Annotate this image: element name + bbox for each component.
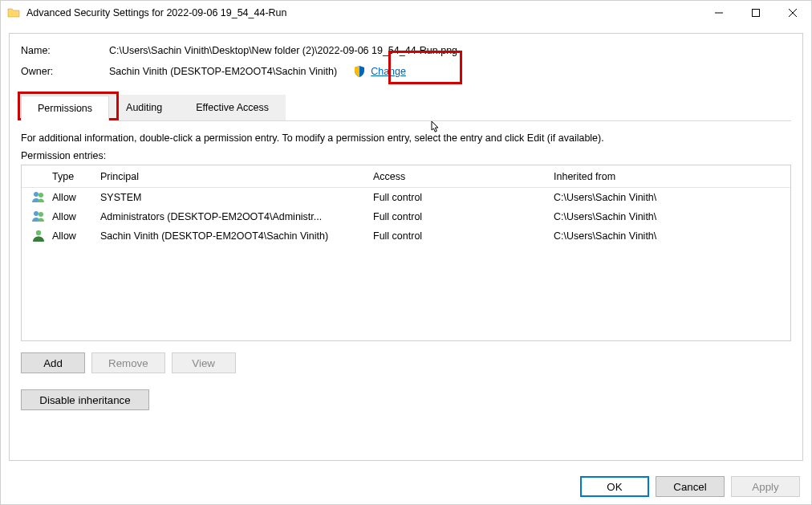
cell-access: Full control (368, 192, 549, 203)
owner-label: Owner: (21, 66, 109, 77)
cell-type: Allow (47, 211, 95, 222)
cell-inherited: C:\Users\Sachin Vinith\ (549, 230, 790, 242)
cancel-button[interactable]: Cancel (656, 476, 725, 497)
main-panel: Name: C:\Users\Sachin Vinith\Desktop\New… (9, 33, 803, 461)
group-icon (31, 209, 46, 223)
principal-icon (22, 209, 47, 226)
permissions-table: Type Principal Access Inherited from All… (21, 165, 791, 341)
ok-button[interactable]: OK (580, 476, 649, 497)
folder-icon (7, 6, 20, 19)
name-label: Name: (21, 45, 109, 56)
table-row[interactable]: Allow Administrators (DESKTOP-EM2OOT4\Ad… (22, 207, 790, 226)
tab-permissions-label: Permissions (38, 103, 92, 114)
th-principal[interactable]: Principal (95, 171, 368, 182)
cell-inherited: C:\Users\Sachin Vinith\ (549, 192, 790, 203)
svg-point-4 (34, 192, 39, 197)
titlebar: Advanced Security Settings for 2022-09-0… (1, 1, 811, 25)
disable-inheritance-button[interactable]: Disable inheritance (21, 389, 149, 410)
view-button: View (172, 352, 236, 373)
cell-principal: Sachin Vinith (DESKTOP-EM2OOT4\Sachin Vi… (95, 230, 368, 242)
svg-point-7 (39, 212, 43, 217)
th-inherited[interactable]: Inherited from (549, 171, 790, 182)
minimize-button[interactable] (700, 1, 737, 25)
owner-row: Owner: Sachin Vinith (DESKTOP-EM2OOT4\Sa… (21, 63, 791, 80)
tabstrip: Permissions Auditing Effective Access (21, 95, 791, 121)
cell-principal: SYSTEM (95, 192, 368, 203)
shield-icon (353, 65, 366, 78)
tab-auditing[interactable]: Auditing (109, 95, 179, 120)
th-access[interactable]: Access (368, 171, 549, 182)
apply-button: Apply (731, 476, 800, 497)
group-icon (31, 189, 46, 204)
security-settings-window: Advanced Security Settings for 2022-09-0… (0, 0, 812, 505)
name-value: C:\Users\Sachin Vinith\Desktop\New folde… (109, 45, 457, 56)
close-button[interactable] (774, 1, 811, 25)
cell-principal: Administrators (DESKTOP-EM2OOT4\Administ… (95, 211, 368, 222)
principal-icon (22, 228, 47, 245)
tab-effective-access[interactable]: Effective Access (179, 95, 286, 120)
svg-rect-1 (753, 10, 760, 17)
svg-point-5 (39, 193, 43, 198)
tab-effective-label: Effective Access (196, 102, 269, 113)
window-controls (700, 1, 811, 25)
info-text: For additional information, double-click… (21, 132, 791, 144)
table-body: Allow SYSTEM Full control C:\Users\Sachi… (22, 188, 790, 340)
maximize-button[interactable] (737, 1, 774, 25)
change-owner-link[interactable]: Change (371, 66, 406, 77)
th-type[interactable]: Type (47, 171, 95, 182)
user-icon (31, 228, 46, 242)
add-button[interactable]: Add (21, 352, 85, 373)
tab-permissions[interactable]: Permissions (21, 96, 109, 121)
name-row: Name: C:\Users\Sachin Vinith\Desktop\New… (21, 45, 791, 56)
principal-icon (22, 189, 47, 206)
cell-type: Allow (47, 230, 95, 242)
cell-type: Allow (47, 192, 95, 203)
cell-access: Full control (368, 230, 549, 242)
cell-access: Full control (368, 211, 549, 222)
owner-value: Sachin Vinith (DESKTOP-EM2OOT4\Sachin Vi… (109, 66, 337, 77)
svg-point-6 (34, 211, 39, 216)
tab-auditing-label: Auditing (126, 102, 162, 113)
change-owner-wrap: Change (348, 63, 411, 80)
inheritance-buttons: Disable inheritance (21, 389, 791, 410)
table-header: Type Principal Access Inherited from (22, 165, 790, 188)
entries-label: Permission entries: (21, 150, 791, 161)
table-row[interactable]: Allow SYSTEM Full control C:\Users\Sachi… (22, 188, 790, 207)
svg-point-8 (36, 230, 41, 234)
window-title: Advanced Security Settings for 2022-09-0… (26, 7, 700, 18)
entry-buttons: Add Remove View (21, 352, 791, 373)
remove-button: Remove (91, 352, 165, 373)
cell-inherited: C:\Users\Sachin Vinith\ (549, 211, 790, 222)
dialog-footer: OK Cancel Apply (1, 469, 811, 504)
table-row[interactable]: Allow Sachin Vinith (DESKTOP-EM2OOT4\Sac… (22, 226, 790, 246)
